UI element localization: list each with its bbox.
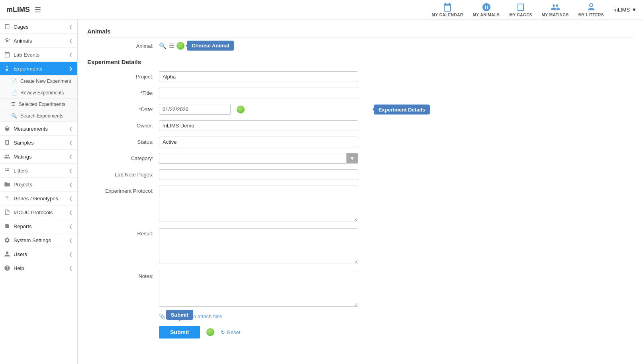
user-chevron: ▼	[631, 7, 637, 13]
project-row: Project:	[87, 71, 633, 82]
sidebar-label-projects: Projects	[14, 182, 32, 188]
choose-animal-tooltip[interactable]: Choose Animal	[187, 41, 234, 51]
sidebar-label-iacuc: IACUC Protocols	[14, 209, 53, 215]
lab-note-pages-row: Lab Note Pages:	[87, 169, 633, 180]
animal-input-row: 🔍 ☰ Choose Animal	[159, 41, 358, 51]
animals-form-section: Animal: 🔍 ☰ Choose Animal	[87, 41, 633, 51]
user-menu[interactable]: mLIMS ▼	[614, 7, 637, 13]
owner-input[interactable]	[159, 120, 358, 131]
my-litters-nav[interactable]: MY LITTERS	[578, 2, 604, 17]
category-dropdown-button[interactable]: ▼	[346, 153, 358, 164]
result-textarea-wrap	[159, 228, 358, 265]
result-textarea[interactable]	[159, 228, 358, 264]
protocol-row: Experiment Protocol:	[87, 186, 633, 223]
sidebar-label-matings: Matings	[14, 154, 32, 160]
sidebar-item-matings[interactable]: Matings ❮	[0, 150, 77, 164]
calendar-icon	[443, 2, 452, 12]
user-name: mLIMS	[614, 7, 630, 13]
sidebar-item-help[interactable]: Help ❮	[0, 261, 77, 275]
project-input[interactable]	[159, 71, 358, 82]
sidebar-item-animals[interactable]: Animals ❮	[0, 34, 77, 48]
subitem-label-search: Search Experiments	[20, 113, 63, 119]
category-input[interactable]	[159, 153, 346, 164]
category-row: Category: ▼	[87, 153, 633, 164]
submit-button[interactable]: Submit	[159, 326, 200, 339]
status-row: Status:	[87, 137, 633, 147]
my-animals-nav[interactable]: MY ANIMALS	[473, 2, 500, 17]
sidebar-item-litters[interactable]: Litters ❮	[0, 164, 77, 178]
my-calendar-nav[interactable]: MY CALENDAR	[432, 2, 463, 17]
reset-button[interactable]: ↻ Reset	[221, 329, 240, 335]
lab-note-pages-input[interactable]	[159, 169, 358, 180]
create-doc-icon: 📄	[11, 78, 17, 84]
help-icon	[4, 265, 10, 271]
my-matings-nav[interactable]: MY MATINGS	[542, 2, 569, 17]
sidebar-subitem-search-experiments[interactable]: 🔍 Search Experiments	[0, 110, 77, 122]
experiment-details-tooltip[interactable]: Experiment Details	[374, 104, 430, 114]
lab-note-pages-label: Lab Note Pages:	[87, 169, 159, 178]
sidebar-subitem-selected-experiments[interactable]: ☰ Selected Experiments	[0, 99, 77, 110]
sidebar-item-iacuc[interactable]: IACUC Protocols ❮	[0, 205, 77, 219]
title-input-wrap	[159, 88, 358, 98]
sidebar-item-measurements[interactable]: Measurements ❮	[0, 122, 77, 136]
top-nav-left: mLIMS ☰	[6, 6, 41, 14]
sidebar-label-lab-events: Lab Events	[14, 52, 39, 58]
date-input[interactable]	[159, 104, 231, 115]
my-cages-nav[interactable]: MY CAGES	[510, 2, 532, 17]
date-label: *Date:	[87, 104, 159, 112]
sidebar: Cages ❮ Animals ❮ Lab Events ❮ Experimen…	[0, 20, 78, 364]
sidebar-subitem-create-new-experiment[interactable]: 📄 Create New Experiment	[0, 76, 77, 87]
sidebar-item-genes[interactable]: Genes / Genotypes ❮	[0, 192, 77, 205]
animal-row: Animal: 🔍 ☰ Choose Animal	[87, 41, 633, 51]
litters-icon	[586, 2, 596, 12]
top-navigation: mLIMS ☰ MY CALENDAR MY ANIMALS MY CAGES …	[0, 0, 643, 20]
users-icon	[4, 251, 10, 257]
cages-chevron: ❮	[69, 24, 73, 29]
sidebar-label-samples: Samples	[14, 140, 34, 146]
notes-row: Notes:	[87, 271, 633, 308]
app-title: mLIMS	[6, 6, 30, 14]
lab-events-chevron: ❮	[69, 52, 73, 57]
sidebar-item-cages[interactable]: Cages ❮	[0, 20, 77, 34]
owner-row: Owner:	[87, 120, 633, 131]
owner-input-wrap	[159, 120, 358, 131]
sidebar-subitem-review-experiments[interactable]: 📄 Review Experiments	[0, 87, 77, 99]
sidebar-item-users[interactable]: Users ❮	[0, 247, 77, 261]
protocol-textarea[interactable]	[159, 186, 358, 221]
sidebar-item-samples[interactable]: Samples ❮	[0, 136, 77, 150]
notes-label: Notes:	[87, 271, 159, 279]
notes-textarea[interactable]	[159, 271, 358, 307]
sidebar-item-system-settings[interactable]: System Settings ❮	[0, 233, 77, 247]
sidebar-item-reports[interactable]: Reports ❮	[0, 219, 77, 233]
reports-icon	[4, 223, 10, 229]
my-cages-label: MY CAGES	[510, 13, 532, 17]
matings-sidebar-icon	[4, 153, 10, 160]
experiments-icon	[4, 65, 10, 72]
status-input[interactable]	[159, 137, 358, 147]
sidebar-label-animals: Animals	[14, 38, 32, 44]
owner-label: Owner:	[87, 120, 159, 129]
my-litters-label: MY LITTERS	[578, 13, 604, 17]
experiment-details-form: Project: *Title: *Date: Experiment Detai…	[87, 71, 633, 339]
submit-tooltip-wrap: Submit Submit	[159, 326, 200, 339]
attach-files-link[interactable]: 📎 Click here to attach files	[159, 313, 633, 319]
animal-list-icon-button[interactable]: ☰	[169, 42, 174, 49]
animal-control-wrap: 🔍 ☰ Choose Animal	[159, 41, 358, 51]
hamburger-menu[interactable]: ☰	[35, 6, 41, 14]
subitem-label-create: Create New Experiment	[20, 78, 71, 84]
search-sub-icon: 🔍	[11, 113, 17, 119]
reset-label: Reset	[227, 329, 240, 335]
sidebar-item-lab-events[interactable]: Lab Events ❮	[0, 48, 77, 62]
sidebar-label-help: Help	[14, 265, 24, 271]
project-input-wrap	[159, 71, 358, 82]
title-input[interactable]	[159, 88, 358, 98]
sidebar-label-litters: Litters	[14, 168, 27, 174]
top-nav-right: MY CALENDAR MY ANIMALS MY CAGES MY MATIN…	[432, 2, 637, 17]
status-label: Status:	[87, 137, 159, 145]
sidebar-item-projects[interactable]: Projects ❮	[0, 178, 77, 192]
subitem-label-review: Review Experiments	[20, 90, 64, 96]
cages-icon	[516, 2, 525, 12]
sidebar-item-experiments[interactable]: Experiments ❯	[0, 62, 77, 76]
choose-animal-dot	[176, 42, 184, 50]
animal-search-icon-button[interactable]: 🔍	[159, 42, 167, 49]
